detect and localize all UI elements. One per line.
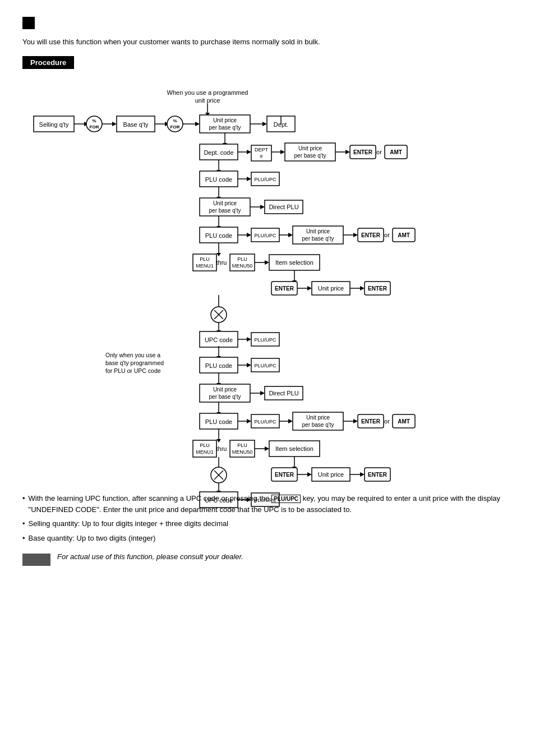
svg-text:PLU/UPC: PLU/UPC (254, 233, 276, 238)
svg-text:Only when you use a: Only when you use a (105, 352, 160, 358)
intro-text: You will use this function when your cus… (22, 38, 513, 46)
svg-text:MENU50: MENU50 (232, 263, 253, 269)
svg-marker-21 (195, 122, 200, 126)
svg-text:AMT: AMT (398, 418, 410, 425)
svg-text:per base q'ty: per base q'ty (302, 422, 334, 428)
bullet-text-3: Base quantity: Up to two digits (integer… (29, 533, 156, 544)
svg-marker-149 (247, 419, 251, 423)
svg-text:ENTER: ENTER (368, 472, 388, 478)
svg-text:Unit price: Unit price (213, 117, 237, 123)
bullet-text-1: With the learning UPC function, after sc… (29, 493, 513, 515)
svg-marker-39 (280, 150, 285, 154)
svg-text:unit price: unit price (195, 97, 220, 104)
svg-text:AMT: AMT (398, 232, 410, 238)
bullets-section: • With the learning UPC function, after … (22, 493, 513, 543)
svg-marker-34 (247, 150, 251, 154)
svg-text:PLU: PLU (237, 256, 247, 262)
svg-text:Unit price: Unit price (318, 285, 344, 292)
bullet-dot-3: • (22, 533, 25, 544)
svg-text:MENU50: MENU50 (232, 449, 253, 455)
svg-text:Unit price: Unit price (306, 414, 330, 421)
svg-text:ENTER: ENTER (353, 149, 373, 155)
svg-text:or: or (384, 232, 390, 238)
svg-text:AMT: AMT (390, 149, 402, 155)
svg-marker-26 (262, 122, 267, 126)
svg-text:Unit price: Unit price (213, 386, 237, 393)
svg-marker-64 (260, 205, 265, 209)
svg-text:PLU code: PLU code (205, 362, 232, 369)
note-square-icon (22, 554, 50, 566)
svg-marker-55 (247, 177, 251, 181)
svg-text:per base q'ty: per base q'ty (209, 208, 241, 214)
svg-text:per base q'ty: per base q'ty (209, 394, 241, 400)
svg-text:Direct PLU: Direct PLU (269, 390, 298, 397)
svg-text:MENU1: MENU1 (196, 449, 214, 455)
svg-marker-44 (345, 150, 350, 154)
svg-text:Unit price: Unit price (318, 471, 344, 478)
svg-text:PLU/UPC: PLU/UPC (254, 337, 276, 343)
svg-text:FOR: FOR (90, 125, 99, 130)
svg-text:PLU: PLU (200, 256, 210, 262)
svg-text:Item selection: Item selection (275, 445, 313, 452)
svg-text:Unit price: Unit price (213, 200, 237, 206)
svg-text:ENTER: ENTER (275, 472, 294, 478)
svg-marker-174 (265, 446, 269, 451)
bullet-item-2: • Selling quantity: Up to four digits in… (22, 518, 513, 529)
svg-marker-109 (360, 286, 365, 291)
svg-text:ENTER: ENTER (368, 285, 388, 292)
svg-text:Direct PLU: Direct PLU (269, 204, 298, 210)
svg-text:per base q'ty: per base q'ty (209, 125, 241, 131)
black-square (22, 17, 35, 29)
svg-text:for PLU or UPC code: for PLU or UPC code (105, 367, 161, 374)
svg-text:Selling q'ty: Selling q'ty (39, 121, 69, 128)
svg-text:When you use a programmed: When you use a programmed (167, 89, 248, 96)
svg-text:thru: thru (216, 445, 227, 452)
svg-text:or: or (376, 149, 382, 155)
svg-text:per base q'ty: per base q'ty (294, 153, 326, 159)
svg-text:#: # (260, 154, 262, 159)
svg-text:PLU code: PLU code (205, 418, 232, 425)
svg-text:thru: thru (216, 259, 227, 266)
svg-text:Base q'ty: Base q'ty (123, 121, 149, 128)
svg-marker-186 (360, 472, 365, 477)
svg-marker-81 (353, 233, 358, 237)
svg-text:PLU/UPC: PLU/UPC (254, 363, 276, 368)
svg-marker-72 (247, 233, 251, 237)
svg-text:PLU: PLU (200, 442, 210, 448)
svg-marker-165 (216, 439, 221, 442)
svg-text:FOR: FOR (170, 125, 180, 130)
svg-text:or: or (384, 418, 390, 425)
procedure-diagram: When you use a programmed unit price Sel… (22, 78, 505, 482)
svg-marker-88 (216, 253, 221, 256)
svg-text:%: % (92, 118, 96, 123)
svg-text:PLU/UPC: PLU/UPC (254, 177, 276, 182)
svg-text:PLU/UPC: PLU/UPC (254, 419, 276, 425)
note-box: For actual use of this function, please … (22, 552, 513, 566)
svg-marker-158 (353, 419, 358, 423)
svg-text:ENTER: ENTER (361, 418, 381, 425)
svg-marker-153 (288, 419, 293, 423)
svg-marker-132 (247, 363, 251, 367)
svg-text:PLU: PLU (237, 442, 247, 448)
svg-text:DEPT: DEPT (255, 147, 269, 153)
svg-text:base q'ty programmed: base q'ty programmed (105, 359, 164, 366)
bullet-item-1: • With the learning UPC function, after … (22, 493, 513, 515)
svg-text:%: % (173, 118, 177, 123)
bullet-dot-1: • (22, 493, 25, 515)
svg-marker-121 (247, 337, 251, 342)
svg-text:per base q'ty: per base q'ty (302, 236, 334, 242)
svg-marker-182 (307, 472, 312, 477)
svg-text:PLU code: PLU code (205, 232, 232, 239)
svg-text:Unit price: Unit price (298, 145, 322, 151)
svg-text:Unit price: Unit price (306, 228, 330, 234)
procedure-badge: Procedure (22, 56, 74, 69)
svg-marker-12 (112, 122, 117, 126)
svg-text:UPC code: UPC code (205, 336, 233, 343)
svg-text:PLU code: PLU code (205, 176, 232, 183)
svg-marker-141 (260, 391, 265, 395)
svg-marker-76 (288, 233, 293, 237)
svg-marker-105 (307, 286, 312, 291)
svg-text:ENTER: ENTER (275, 285, 294, 292)
bullet-text-2: Selling quantity: Up to four digits inte… (29, 518, 229, 529)
svg-marker-97 (265, 260, 269, 265)
